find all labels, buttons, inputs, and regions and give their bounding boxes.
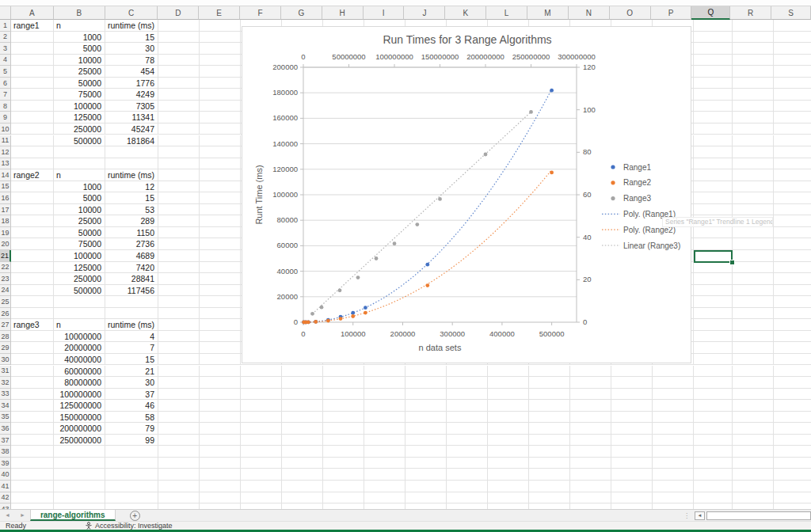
cell-S2[interactable] <box>774 32 811 44</box>
cell-B17[interactable]: 10000 <box>54 204 105 216</box>
cell-N31[interactable] <box>570 366 611 378</box>
cell-Q36[interactable] <box>694 423 733 435</box>
row-header-5[interactable]: 5 <box>0 66 11 78</box>
cell-C19[interactable]: 1150 <box>105 227 158 239</box>
cell-A10[interactable] <box>11 124 54 135</box>
cell-A6[interactable] <box>11 78 54 89</box>
cell-A27[interactable]: range3 <box>11 319 54 331</box>
cell-B41[interactable] <box>54 481 105 492</box>
cell-S11[interactable] <box>774 135 811 147</box>
cell-F41[interactable] <box>241 481 282 492</box>
cell-A39[interactable] <box>11 458 54 469</box>
col-header-D[interactable]: D <box>158 6 199 20</box>
cell-L39[interactable] <box>488 458 529 469</box>
row-header-2[interactable]: 2 <box>0 32 11 44</box>
cell-Q37[interactable] <box>694 435 733 446</box>
row-header-8[interactable]: 8 <box>0 101 11 112</box>
row-header-42[interactable]: 42 <box>0 492 11 504</box>
cell-R41[interactable] <box>733 481 774 492</box>
cell-D5[interactable] <box>158 66 200 78</box>
cell-Q40[interactable] <box>694 469 733 481</box>
cell-G42[interactable] <box>282 492 323 504</box>
cell-J31[interactable] <box>406 366 447 378</box>
cell-E1[interactable] <box>200 20 241 32</box>
cell-D20[interactable] <box>158 238 200 250</box>
cell-S14[interactable] <box>774 169 811 181</box>
cell-Q15[interactable] <box>694 181 733 193</box>
cell-Q38[interactable] <box>694 446 733 458</box>
cell-M38[interactable] <box>529 446 570 458</box>
cell-S8[interactable] <box>774 101 811 112</box>
cell-K39[interactable] <box>447 458 488 469</box>
cell-J43[interactable] <box>406 504 447 509</box>
cell-I31[interactable] <box>364 366 406 378</box>
cell-K43[interactable] <box>447 504 488 509</box>
cell-C21[interactable]: 4689 <box>105 250 158 262</box>
cell-O37[interactable] <box>611 435 653 446</box>
cell-D19[interactable] <box>158 227 200 239</box>
cell-J32[interactable] <box>406 377 447 389</box>
cell-S9[interactable] <box>774 112 811 124</box>
cell-K31[interactable] <box>447 366 488 378</box>
cell-G39[interactable] <box>282 458 323 469</box>
cell-A43[interactable] <box>11 504 54 509</box>
cell-C10[interactable]: 45247 <box>105 124 158 135</box>
cell-S15[interactable] <box>774 181 811 193</box>
cell-O34[interactable] <box>611 400 653 412</box>
cell-K42[interactable] <box>447 492 488 504</box>
cell-A12[interactable] <box>11 146 54 158</box>
cell-C38[interactable] <box>105 446 158 458</box>
cell-C5[interactable]: 454 <box>105 66 158 78</box>
row-header-22[interactable]: 22 <box>0 262 11 274</box>
cell-O42[interactable] <box>611 492 653 504</box>
cell-C26[interactable] <box>105 308 158 320</box>
cell-A23[interactable] <box>11 273 54 285</box>
cell-O33[interactable] <box>611 389 653 401</box>
cell-R40[interactable] <box>733 469 774 481</box>
cell-A18[interactable] <box>11 215 54 227</box>
cell-D8[interactable] <box>158 101 200 112</box>
cell-O31[interactable] <box>611 366 653 378</box>
cell-E7[interactable] <box>200 89 241 101</box>
cell-G41[interactable] <box>282 481 323 492</box>
cell-E10[interactable] <box>200 124 241 135</box>
sheet-tab-range-algorithms[interactable]: range-algorithms <box>30 510 116 521</box>
cell-F37[interactable] <box>241 435 282 446</box>
cell-D15[interactable] <box>158 181 200 193</box>
cell-Q34[interactable] <box>694 400 733 412</box>
cell-R36[interactable] <box>733 423 774 435</box>
cell-D26[interactable] <box>158 308 200 320</box>
cell-D43[interactable] <box>158 504 200 509</box>
col-header-O[interactable]: O <box>610 6 651 20</box>
cell-D4[interactable] <box>158 55 200 66</box>
cell-M37[interactable] <box>529 435 570 446</box>
cell-R22[interactable] <box>733 262 774 274</box>
cell-Q33[interactable] <box>694 389 733 401</box>
cell-Q20[interactable] <box>694 238 733 250</box>
cell-E36[interactable] <box>200 423 241 435</box>
fill-handle[interactable] <box>729 260 735 265</box>
cell-E26[interactable] <box>200 308 241 320</box>
cell-I37[interactable] <box>364 435 406 446</box>
cell-D23[interactable] <box>158 273 200 285</box>
cell-R11[interactable] <box>733 135 774 147</box>
cell-B43[interactable] <box>54 504 105 509</box>
row-header-29[interactable]: 29 <box>0 342 11 354</box>
cell-D28[interactable] <box>158 331 200 343</box>
cell-R43[interactable] <box>733 504 774 509</box>
cell-M39[interactable] <box>529 458 570 469</box>
cell-S29[interactable] <box>774 342 811 354</box>
row-header-9[interactable]: 9 <box>0 112 11 124</box>
cell-N42[interactable] <box>570 492 611 504</box>
cell-R30[interactable] <box>733 354 774 366</box>
cell-B16[interactable]: 5000 <box>54 192 105 204</box>
cell-B19[interactable]: 50000 <box>54 227 105 239</box>
cell-C28[interactable]: 4 <box>105 331 158 343</box>
cell-F35[interactable] <box>241 412 282 424</box>
cell-R29[interactable] <box>733 342 774 354</box>
cell-N40[interactable] <box>570 469 611 481</box>
cell-B13[interactable] <box>54 158 105 170</box>
cell-C31[interactable]: 21 <box>105 366 158 378</box>
cell-P42[interactable] <box>653 492 694 504</box>
cell-P33[interactable] <box>653 389 694 401</box>
